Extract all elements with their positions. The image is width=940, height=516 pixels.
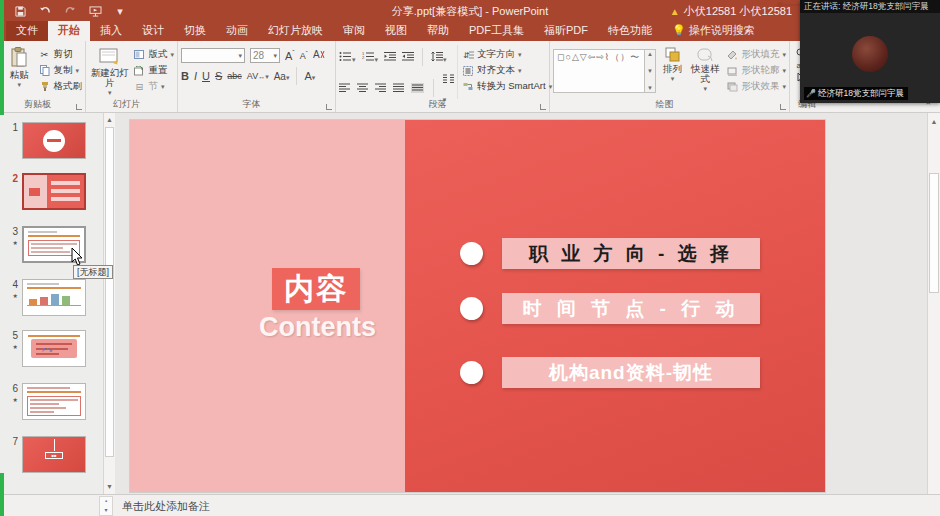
panel-scroll-thumb[interactable]: [105, 127, 114, 457]
agenda-item-2[interactable]: 时 间 节 点 - 行 动: [460, 293, 760, 324]
tab-insert[interactable]: 插入: [90, 21, 132, 41]
slide-thumbnail-2[interactable]: [22, 173, 86, 210]
bold-button[interactable]: B: [181, 70, 189, 82]
clear-formatting-button[interactable]: A: [313, 49, 325, 62]
canvas-scroll-thumb[interactable]: [929, 173, 939, 293]
panel-scrollbar[interactable]: ▲ ▼: [103, 113, 115, 494]
new-slide-button[interactable]: 新建幻灯片▾: [89, 45, 130, 99]
tab-slideshow[interactable]: 幻灯片放映: [258, 21, 333, 41]
canvas-scroll-up-icon[interactable]: ▲: [928, 115, 940, 128]
font-name-combo[interactable]: ▾: [181, 48, 245, 63]
drawing-dialog-launcher[interactable]: [780, 104, 786, 110]
scroll-down-icon[interactable]: ▼: [104, 481, 115, 493]
agenda-item-text: 时 间 节 点 - 行 动: [502, 293, 760, 324]
canvas-scrollbar[interactable]: ▲: [927, 113, 940, 494]
grow-font-button[interactable]: Aˆ: [285, 49, 295, 62]
arrange-button[interactable]: 排列▾: [659, 45, 686, 99]
tab-transitions[interactable]: 切换: [174, 21, 216, 41]
reset-button[interactable]: 重置: [133, 64, 174, 77]
tab-tell-me[interactable]: 💡操作说明搜索: [662, 21, 765, 41]
save-icon[interactable]: [12, 4, 28, 18]
quick-access-toolbar: ▾: [0, 4, 128, 18]
video-call-overlay[interactable]: 正在讲话: 经济研18党支部闫宇晨 🎤 经济研18党支部闫宇晨: [800, 0, 940, 103]
change-case-button[interactable]: Aa▾: [274, 71, 290, 82]
section-button[interactable]: ⊟节▾: [133, 80, 174, 93]
tab-file[interactable]: 文件: [6, 21, 48, 41]
increase-indent-button[interactable]: [402, 48, 414, 66]
notes-placeholder[interactable]: 单击此处添加备注: [122, 499, 210, 514]
justify-button[interactable]: [393, 79, 404, 97]
align-center-button[interactable]: [357, 79, 368, 97]
slide-thumbnail-5[interactable]: ↗↘: [22, 330, 86, 367]
align-left-button[interactable]: [339, 79, 350, 97]
shape-gallery-scrollbar[interactable]: ▲▼▼: [645, 49, 656, 93]
tab-home[interactable]: 开始: [48, 21, 90, 41]
slide-title-en[interactable]: Contents: [220, 312, 415, 343]
shape-gallery[interactable]: ◻○△▽⇦⇨⌇（）〜: [553, 49, 645, 93]
paste-button[interactable]: 粘贴▾: [3, 45, 36, 99]
notes-splitter[interactable]: ▪▾: [99, 496, 113, 516]
cut-button[interactable]: ✂剪切: [39, 48, 83, 61]
format-painter-button[interactable]: 格式刷: [39, 80, 83, 93]
slide-thumbnail-1[interactable]: [22, 122, 86, 159]
decrease-indent-button[interactable]: [384, 48, 396, 66]
window-title: 分享.ppt[兼容模式] - PowerPoint: [0, 4, 940, 19]
font-size-combo[interactable]: 28▾: [250, 48, 280, 63]
underline-button[interactable]: U: [202, 70, 210, 82]
tab-pdf-tools[interactable]: PDF工具集: [459, 21, 534, 41]
group-paragraph: ▾ 12▾ ▾ ▾ ⇵文字方向▾ 对齐文本▾ 转换为 SmartArt▾: [336, 41, 550, 112]
font-color-button[interactable]: A▾: [304, 70, 315, 82]
scroll-up-icon[interactable]: ▲: [104, 114, 115, 126]
quick-styles-button[interactable]: 快速样式▾: [689, 45, 721, 99]
paragraph-dialog-launcher[interactable]: [540, 104, 546, 110]
bullets-button[interactable]: ▾: [339, 48, 356, 66]
shape-outline-button[interactable]: 形状轮廓▾: [726, 64, 786, 77]
group-label-clipboard: 剪贴板: [0, 98, 75, 111]
group-clipboard: 粘贴▾ ✂剪切 复制▾ 格式刷 剪贴板: [0, 41, 86, 112]
thumbnail-row-2: 2: [4, 173, 101, 210]
account-info[interactable]: ▲ 小伏12581 小伏12581: [670, 0, 792, 22]
warning-icon: ▲: [670, 6, 680, 17]
group-label-slides: 幻灯片: [86, 98, 167, 111]
agenda-item-3[interactable]: 机构and资料-韧性: [460, 357, 760, 388]
tab-foxit-pdf[interactable]: 福昕PDF: [534, 21, 598, 41]
redo-icon[interactable]: [62, 4, 78, 18]
agenda-item-text: 职 业 方 向 - 选 择: [502, 238, 760, 269]
convert-smartart-button[interactable]: 转换为 SmartArt▾: [462, 80, 552, 93]
agenda-item-1[interactable]: 职 业 方 向 - 选 择: [460, 238, 760, 269]
font-dialog-launcher[interactable]: [326, 104, 332, 110]
copy-button[interactable]: 复制▾: [39, 64, 83, 77]
character-spacing-button[interactable]: AV↔▾: [247, 71, 269, 81]
shadow-button[interactable]: abc: [227, 71, 242, 81]
text-direction-button[interactable]: ⇵文字方向▾: [462, 48, 552, 61]
slide-canvas[interactable]: 内容 Contents 职 业 方 向 - 选 择 时 间 节 点 - 行 动 …: [130, 120, 825, 492]
undo-icon[interactable]: [37, 4, 53, 18]
shape-effects-button[interactable]: 形状效果▾: [726, 80, 786, 93]
slide-thumbnail-4[interactable]: [22, 279, 86, 316]
slide-right-panel: 职 业 方 向 - 选 择 时 间 节 点 - 行 动 机构and资料-韧性: [405, 120, 825, 492]
numbering-button[interactable]: 12▾: [362, 48, 379, 66]
tab-special-features[interactable]: 特色功能: [598, 21, 662, 41]
slide-thumbnail-6[interactable]: [22, 383, 86, 420]
align-text-button[interactable]: 对齐文本▾: [462, 64, 552, 77]
tab-help[interactable]: 帮助: [417, 21, 459, 41]
tab-design[interactable]: 设计: [132, 21, 174, 41]
strikethrough-button[interactable]: S: [215, 70, 222, 82]
slide-thumbnail-7[interactable]: ■■: [22, 436, 86, 473]
text-direction-icon: ⇵: [462, 50, 474, 60]
line-spacing-button[interactable]: ▾: [431, 48, 447, 66]
shape-fill-button[interactable]: 形状填充▾: [726, 48, 786, 61]
tab-review[interactable]: 审阅: [333, 21, 375, 41]
tab-view[interactable]: 视图: [375, 21, 417, 41]
bullet-circle: [460, 297, 483, 320]
layout-button[interactable]: 版式▾: [133, 48, 174, 61]
align-right-button[interactable]: [375, 79, 386, 97]
distribute-button[interactable]: [411, 79, 424, 97]
qat-customize-icon[interactable]: ▾: [112, 4, 128, 18]
slide-title-cn[interactable]: 内容: [272, 268, 360, 310]
shrink-font-button[interactable]: Aˇ: [300, 50, 308, 61]
start-slideshow-icon[interactable]: [87, 4, 103, 18]
tab-animations[interactable]: 动画: [216, 21, 258, 41]
clipboard-dialog-launcher[interactable]: [76, 104, 82, 110]
italic-button[interactable]: I: [194, 70, 197, 82]
